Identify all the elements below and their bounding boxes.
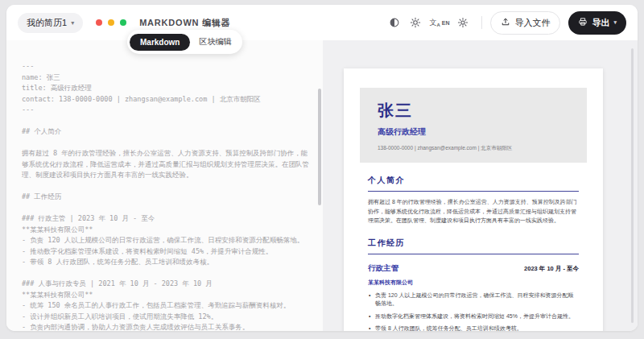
red-dot-icon (96, 19, 102, 26)
contrast-icon (389, 17, 400, 28)
export-button[interactable]: 导出 ▾ (568, 11, 626, 35)
green-dot-icon (120, 19, 126, 26)
settings-button[interactable] (452, 12, 473, 33)
chevron-down-icon: ▾ (71, 19, 74, 27)
resume-job-title: 高级行政经理 (378, 126, 569, 138)
preview-scrollbar[interactable] (631, 48, 634, 323)
translate-icon: 文A (429, 18, 440, 28)
tab-markdown[interactable]: Markdown (130, 34, 190, 51)
tab-block-edit[interactable]: 区块编辑 (190, 32, 240, 52)
job-bullet: 带领 8 人行政团队，统筹任务分配、员工培训和绩效考核。 (368, 325, 579, 331)
theme-toggle-button[interactable] (405, 12, 426, 33)
language-toggle-button[interactable]: 文A EN (426, 12, 452, 33)
page-title: MARKDOWN 编辑器 (139, 17, 230, 29)
job-head: 行政主管 2023 年 10 月 - 至今 (368, 263, 579, 274)
resume-header: 张三 高级行政经理 138-0000-0000 | zhangsan@examp… (360, 88, 587, 163)
resume-preview-card: 张三 高级行政经理 138-0000-0000 | zhangsan@examp… (344, 68, 603, 331)
editor-scrollbar[interactable] (318, 89, 321, 205)
resume-name: 张三 (378, 100, 569, 122)
chevron-down-icon: ▾ (613, 19, 617, 26)
editor-mode-toggle: Markdown 区块编辑 (127, 30, 242, 54)
document-switcher-label: 我的简历1 (27, 17, 67, 29)
profile-text: 拥有超过 8 年的行政管理经验，擅长办公室运营、人力资源支持、预算控制及跨部门协… (368, 197, 579, 225)
markdown-editor-pane[interactable]: --- name: 张三 title: 高级行政经理 contact: 138-… (6, 40, 323, 331)
import-file-button[interactable]: 导入文件 (490, 11, 560, 35)
export-label: 导出 (592, 17, 609, 29)
content-area: --- name: 张三 title: 高级行政经理 contact: 138-… (6, 40, 638, 331)
printer-icon (578, 17, 588, 28)
resume-contact: 138-0000-0000 | zhangsan@example.com | 北… (378, 145, 569, 152)
topbar-actions: 文A EN 导入文件 导出 ▾ (384, 11, 626, 35)
sun-icon (410, 17, 421, 28)
yellow-dot-icon (108, 19, 114, 26)
job-bullet: 负责 120 人以上规模公司的日常行政运营，确保工作流、日程安排和资源分配顺畅落… (368, 291, 579, 308)
markdown-source-text[interactable]: --- name: 张三 title: 高级行政经理 contact: 138-… (22, 61, 313, 331)
contrast-theme-button[interactable] (384, 12, 405, 33)
import-file-label: 导入文件 (514, 17, 550, 29)
toolbar-divider (481, 16, 482, 29)
upload-icon (501, 17, 510, 28)
traffic-dots (96, 19, 126, 26)
job-title: 行政主管 (368, 263, 398, 274)
job-company: 某某科技有限公司 (368, 279, 579, 287)
app-window: 我的简历1 ▾ MARKDOWN 编辑器 文A EN (6, 5, 638, 331)
job-bullet-list: 负责 120 人以上规模公司的日常行政运营，确保工作流、日程安排和资源分配顺畅落… (368, 291, 579, 331)
job-date: 2023 年 10 月 - 至今 (524, 265, 579, 273)
job-bullet: 推动数字化档案管理体系建设，将资料检索时间缩短 45%，并提升审计合规性。 (368, 312, 579, 321)
language-label: EN (442, 20, 450, 26)
job-entry: 行政主管 2023 年 10 月 - 至今 某某科技有限公司 负责 120 人以… (368, 263, 579, 331)
section-heading-work: 工作经历 (368, 238, 579, 254)
document-switcher[interactable]: 我的简历1 ▾ (18, 13, 83, 33)
topbar: 我的简历1 ▾ MARKDOWN 编辑器 文A EN (6, 5, 638, 40)
section-heading-profile: 个人简介 (368, 175, 579, 192)
gear-icon (457, 17, 469, 28)
preview-pane: 张三 高级行政经理 138-0000-0000 | zhangsan@examp… (323, 40, 638, 331)
